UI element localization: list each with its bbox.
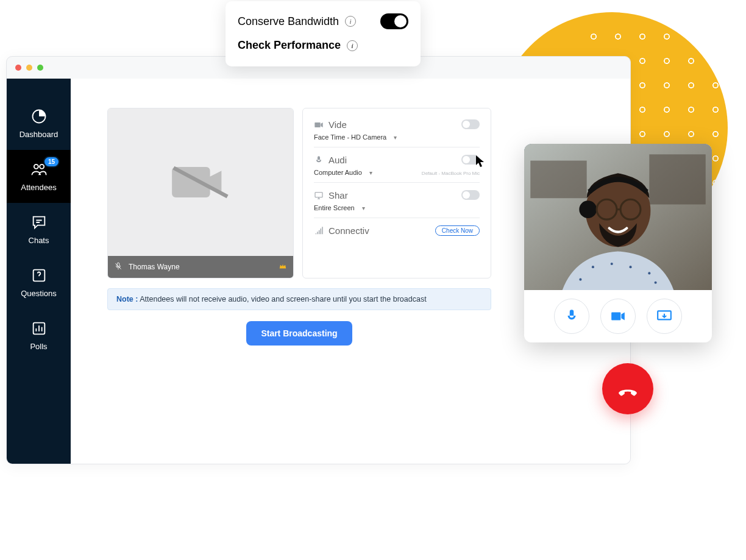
screenshare-button[interactable] — [647, 299, 682, 334]
broadcast-note: Note : Attendees will not receive audio,… — [107, 288, 491, 310]
svg-point-17 — [611, 263, 613, 265]
mic-icon — [564, 308, 580, 324]
chevron-down-icon[interactable]: ▾ — [362, 205, 365, 211]
participant-name: Thomas Wayne — [129, 263, 180, 271]
screenshare-icon — [656, 308, 672, 324]
dashboard-icon — [30, 108, 48, 125]
svg-point-1 — [34, 165, 38, 169]
self-video-card — [524, 144, 712, 342]
settings-share-source[interactable]: Entire Screen — [314, 204, 355, 211]
chevron-down-icon[interactable]: ▾ — [394, 134, 397, 141]
host-crown-icon — [279, 262, 287, 272]
settings-audio-title: Audi — [329, 155, 347, 165]
settings-share-title: Shar — [329, 190, 348, 200]
settings-row-share: Shar Entire Screen ▾ — [314, 183, 480, 218]
mic-button[interactable] — [554, 299, 589, 334]
sidebar-item-dashboard[interactable]: Dashboard — [7, 97, 71, 150]
svg-point-18 — [629, 266, 631, 268]
video-preview-body — [108, 108, 293, 256]
settings-row-connectivity: Connectiv Check Now — [314, 218, 480, 242]
settings-audio-source[interactable]: Computer Audio — [314, 169, 362, 176]
questions-icon — [30, 267, 48, 284]
window-minimize-dot[interactable] — [26, 65, 32, 71]
chats-icon — [30, 214, 48, 231]
svg-rect-6 — [315, 192, 322, 197]
svg-point-21 — [655, 282, 657, 284]
settings-row-audio: Audi Computer Audio ▾ Default - MacBook … — [314, 147, 480, 183]
note-prefix: Note : — [116, 295, 138, 303]
audio-icon — [314, 155, 324, 165]
broadcast-settings-card: Vide Face Time - HD Camera ▾ Audi — [302, 108, 491, 278]
conserve-bandwidth-row: Conserve Bandwidth i — [238, 9, 408, 34]
cursor-icon — [475, 155, 485, 168]
svg-rect-10 — [649, 154, 705, 204]
conserve-bandwidth-toggle[interactable] — [380, 13, 408, 29]
video-toggle[interactable] — [461, 119, 480, 129]
svg-rect-9 — [530, 161, 586, 199]
check-now-button[interactable]: Check Now — [435, 225, 480, 236]
sidebar: Dashboard 15 Attendees Chats Questions P… — [7, 79, 71, 464]
share-toggle[interactable] — [461, 190, 480, 200]
settings-video-source[interactable]: Face Time - HD Camera — [314, 133, 386, 141]
sidebar-label-polls: Polls — [30, 342, 47, 351]
camera-button[interactable] — [600, 299, 636, 334]
signal-icon — [314, 226, 324, 236]
settings-video-title: Vide — [329, 119, 347, 130]
screenshare-icon — [314, 191, 324, 200]
chevron-down-icon[interactable]: ▾ — [369, 169, 372, 176]
svg-point-19 — [648, 272, 650, 274]
camera-icon — [610, 308, 626, 324]
start-broadcasting-button[interactable]: Start Broadcasting — [246, 321, 352, 346]
settings-row-video: Vide Face Time - HD Camera ▾ — [314, 112, 480, 147]
video-preview-footer: Thomas Wayne — [108, 256, 293, 278]
sidebar-label-attendees: Attendees — [21, 183, 57, 192]
check-performance-row[interactable]: Check Performance i — [238, 34, 408, 57]
audio-default-note: Default - MacBook Pro Mic — [422, 171, 480, 176]
svg-point-2 — [40, 165, 44, 169]
sidebar-item-attendees[interactable]: 15 Attendees — [7, 150, 71, 203]
self-video-feed — [524, 144, 712, 290]
mic-muted-icon — [114, 262, 123, 272]
settings-connectivity-title: Connectiv — [329, 225, 369, 236]
info-icon[interactable]: i — [345, 16, 356, 27]
self-video-controls — [524, 290, 712, 334]
camera-off-icon — [170, 158, 231, 207]
attendees-badge: 15 — [43, 156, 60, 168]
conserve-bandwidth-label: Conserve Bandwidth — [238, 15, 339, 28]
video-preview-card: Thomas Wayne — [107, 108, 294, 278]
end-call-button[interactable] — [602, 363, 653, 414]
note-text: Attendees will not receive audio, video … — [138, 295, 426, 303]
window-maximize-dot[interactable] — [37, 65, 43, 71]
bandwidth-card: Conserve Bandwidth i Check Performance i — [226, 1, 421, 66]
check-performance-label: Check Performance — [238, 39, 341, 52]
video-icon — [314, 120, 324, 130]
sidebar-item-polls[interactable]: Polls — [7, 309, 71, 362]
sidebar-label-chats: Chats — [29, 236, 49, 245]
sidebar-label-questions: Questions — [21, 289, 57, 298]
polls-icon — [30, 320, 48, 337]
sidebar-item-chats[interactable]: Chats — [7, 203, 71, 256]
sidebar-item-questions[interactable]: Questions — [7, 256, 71, 309]
window-close-dot[interactable] — [15, 65, 21, 71]
hangup-icon — [616, 377, 639, 400]
svg-point-16 — [592, 266, 594, 268]
sidebar-label-dashboard: Dashboard — [20, 130, 59, 139]
svg-point-20 — [579, 278, 581, 281]
svg-point-12 — [579, 200, 597, 218]
info-icon[interactable]: i — [347, 40, 358, 51]
